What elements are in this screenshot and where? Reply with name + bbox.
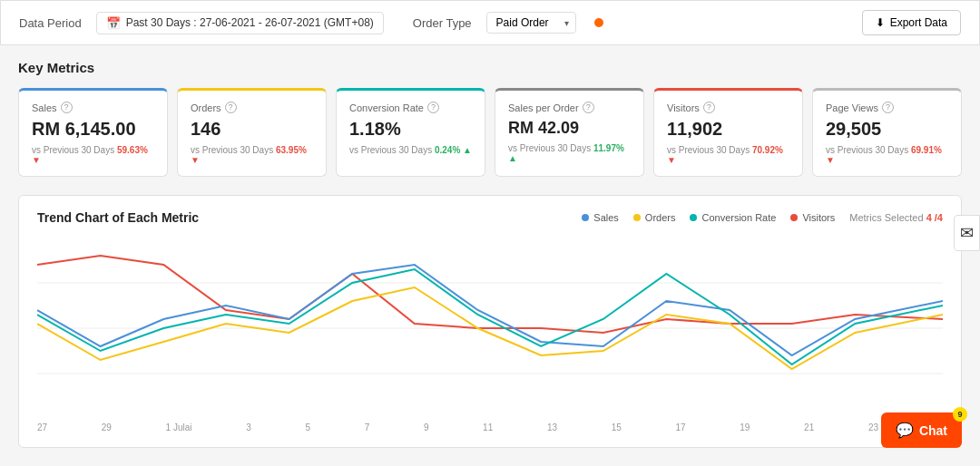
metric-card-pageviews: Page Views ? 29,505 vs Previous 30 Days … bbox=[812, 88, 962, 177]
export-button[interactable]: ⬇ Export Data bbox=[862, 10, 961, 35]
x-label-7: 11 bbox=[483, 422, 493, 432]
spo-info-icon[interactable]: ? bbox=[583, 102, 594, 113]
metric-card-orders: Orders ? 146 vs Previous 30 Days 63.95% … bbox=[177, 88, 327, 177]
chart-area bbox=[37, 238, 943, 419]
order-type-select[interactable]: Paid Order All Orders bbox=[486, 12, 576, 34]
main-content: Key Metrics Sales ? RM 6,145.00 vs Previ… bbox=[0, 45, 980, 466]
chart-legend: Sales Orders Conversion Rate Visitors Me… bbox=[582, 212, 943, 223]
visitors-info-icon[interactable]: ? bbox=[703, 102, 715, 113]
order-type-wrapper[interactable]: Paid Order All Orders bbox=[486, 12, 576, 34]
orders-value: 146 bbox=[191, 119, 313, 140]
metric-name-pageviews: Page Views ? bbox=[826, 102, 948, 113]
metrics-selected-count: 4 /4 bbox=[926, 212, 943, 223]
legend-visitors: Visitors bbox=[790, 212, 835, 223]
trend-chart-section: Trend Chart of Each Metric Sales Orders … bbox=[18, 195, 962, 448]
chart-svg bbox=[37, 238, 943, 419]
x-label-13: 23 bbox=[868, 422, 878, 432]
top-bar: Data Period 📅 Past 30 Days : 27-06-2021 … bbox=[0, 0, 980, 45]
spo-compare: vs Previous 30 Days 11.97% ▲ bbox=[508, 143, 631, 163]
date-range-text: Past 30 Days : 27-06-2021 - 26-07-2021 (… bbox=[126, 16, 374, 29]
legend-label-conversion: Conversion Rate bbox=[701, 212, 776, 223]
pageviews-compare: vs Previous 30 Days 69.91% ▼ bbox=[826, 145, 948, 165]
legend-label-sales: Sales bbox=[593, 212, 619, 223]
legend-conversion: Conversion Rate bbox=[690, 212, 776, 223]
x-label-2: 1 Julai bbox=[166, 422, 192, 432]
x-label-1: 29 bbox=[102, 422, 112, 432]
conversion-value: 1.18% bbox=[349, 119, 472, 140]
metrics-selected: Metrics Selected 4 /4 bbox=[849, 212, 943, 223]
x-label-10: 17 bbox=[676, 422, 686, 432]
x-label-3: 3 bbox=[246, 422, 251, 432]
pageviews-info-icon[interactable]: ? bbox=[882, 102, 894, 113]
spo-value: RM 42.09 bbox=[508, 119, 631, 138]
chat-label: Chat bbox=[919, 423, 947, 438]
order-type-label: Order Type bbox=[413, 16, 472, 30]
x-label-8: 13 bbox=[547, 422, 557, 432]
visitors-compare: vs Previous 30 Days 70.92% ▼ bbox=[667, 145, 789, 165]
conversion-pct: 0.24% ▲ bbox=[435, 145, 472, 155]
chart-header: Trend Chart of Each Metric Sales Orders … bbox=[37, 210, 943, 225]
x-label-9: 15 bbox=[612, 422, 622, 432]
x-label-11: 19 bbox=[740, 422, 750, 432]
metrics-grid: Sales ? RM 6,145.00 vs Previous 30 Days … bbox=[18, 88, 962, 177]
export-label: Export Data bbox=[890, 16, 947, 29]
orders-compare: vs Previous 30 Days 63.95% ▼ bbox=[191, 145, 313, 165]
x-label-0: 27 bbox=[37, 422, 47, 432]
metric-name-conversion: Conversion Rate ? bbox=[349, 102, 472, 113]
legend-dot-sales bbox=[582, 214, 589, 221]
chart-title: Trend Chart of Each Metric bbox=[37, 210, 199, 225]
metric-card-sales: Sales ? RM 6,145.00 vs Previous 30 Days … bbox=[18, 88, 168, 177]
legend-label-visitors: Visitors bbox=[802, 212, 835, 223]
data-period-label: Data Period bbox=[19, 16, 82, 30]
conversion-info-icon[interactable]: ? bbox=[427, 102, 439, 113]
sales-compare: vs Previous 30 Days 59.63% ▼ bbox=[32, 145, 154, 165]
x-axis-labels: 27 29 1 Julai 3 5 7 9 11 13 15 17 19 21 … bbox=[37, 419, 943, 432]
sales-value: RM 6,145.00 bbox=[32, 119, 154, 140]
x-label-4: 5 bbox=[305, 422, 310, 432]
metric-card-conversion: Conversion Rate ? 1.18% vs Previous 30 D… bbox=[336, 88, 485, 177]
metric-name-sales: Sales ? bbox=[32, 102, 154, 113]
status-dot bbox=[594, 18, 603, 27]
chat-button[interactable]: 9 💬 Chat bbox=[881, 413, 962, 448]
date-range-box[interactable]: 📅 Past 30 Days : 27-06-2021 - 26-07-2021… bbox=[96, 12, 384, 34]
metric-name-orders: Orders ? bbox=[191, 102, 313, 113]
calendar-icon: 📅 bbox=[106, 16, 121, 30]
metric-card-visitors: Visitors ? 11,902 vs Previous 30 Days 70… bbox=[653, 88, 803, 177]
chat-badge: 9 bbox=[953, 407, 967, 422]
legend-label-orders: Orders bbox=[645, 212, 676, 223]
x-label-5: 7 bbox=[365, 422, 370, 432]
legend-dot-conversion bbox=[690, 214, 697, 221]
legend-orders: Orders bbox=[633, 212, 676, 223]
legend-dot-visitors bbox=[790, 214, 798, 221]
orders-info-icon[interactable]: ? bbox=[225, 102, 237, 113]
chat-icon: 💬 bbox=[896, 422, 914, 439]
visitors-value: 11,902 bbox=[667, 119, 789, 140]
key-metrics-title: Key Metrics bbox=[18, 60, 962, 75]
metric-card-spo: Sales per Order ? RM 42.09 vs Previous 3… bbox=[495, 88, 644, 177]
export-icon: ⬇ bbox=[876, 16, 885, 29]
legend-dot-orders bbox=[633, 214, 641, 221]
metric-name-visitors: Visitors ? bbox=[667, 102, 789, 113]
sales-info-icon[interactable]: ? bbox=[61, 102, 73, 113]
email-icon: ✉ bbox=[960, 223, 974, 243]
email-button[interactable]: ✉ bbox=[954, 215, 980, 251]
metric-name-spo: Sales per Order ? bbox=[508, 102, 631, 113]
pageviews-value: 29,505 bbox=[826, 119, 948, 140]
conversion-compare: vs Previous 30 Days 0.24% ▲ bbox=[349, 145, 472, 155]
legend-sales: Sales bbox=[582, 212, 619, 223]
x-label-12: 21 bbox=[804, 422, 814, 432]
x-label-6: 9 bbox=[424, 422, 429, 432]
